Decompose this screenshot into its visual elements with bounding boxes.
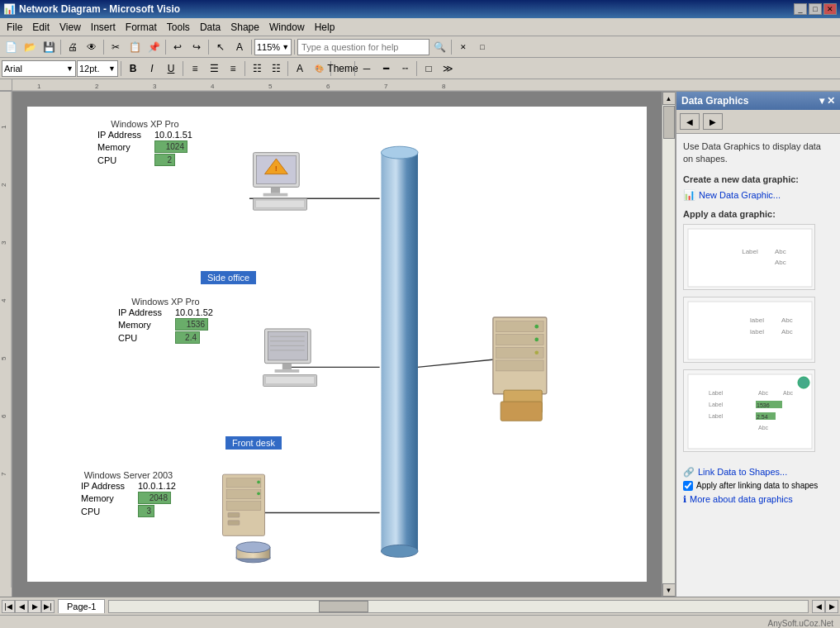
menu-window[interactable]: Window	[264, 19, 310, 36]
page-first-button[interactable]: |◀	[2, 600, 15, 613]
apply-after-checkbox[interactable]	[683, 481, 693, 491]
sep-fmt7	[416, 61, 417, 76]
maximize-button[interactable]: □	[809, 3, 822, 15]
linestyle-button[interactable]: ╌	[396, 59, 414, 78]
bold-button[interactable]: B	[124, 59, 142, 78]
panel-back-button[interactable]: ◀	[680, 113, 700, 130]
link-icon: 🔗	[683, 467, 695, 478]
diagram-canvas[interactable]: !	[27, 107, 647, 582]
font-combo[interactable]: Arial ▼	[2, 60, 76, 77]
node1-info: Windows XP Pro IP Address 10.0.1.51 Memo…	[97, 119, 192, 167]
panel-title: Data Graphics	[681, 95, 748, 107]
page-prev-button[interactable]: ◀	[15, 600, 28, 613]
lineweight-button[interactable]: ━	[377, 59, 395, 78]
svg-text:Abc: Abc	[783, 390, 794, 396]
panel-close-icon[interactable]: ✕	[827, 95, 835, 107]
canvas-area[interactable]: !	[12, 92, 675, 597]
left-ruler-svg: 1 2 3 4 5 6 7	[0, 92, 12, 588]
page-tabs: |◀ ◀ ▶ ▶| Page-1 ◀ ▶	[0, 597, 840, 615]
theme-button[interactable]: Theme	[334, 59, 352, 78]
redo-button[interactable]: ↪	[187, 38, 206, 56]
scroll-thumb[interactable]	[663, 106, 675, 139]
svg-text:Label: Label	[709, 402, 724, 407]
zoom-dropdown-icon[interactable]: ▼	[282, 43, 289, 51]
undo-button[interactable]: ↩	[168, 38, 187, 56]
pointer-button[interactable]: ↖	[211, 38, 230, 56]
svg-text:Label: Label	[709, 390, 724, 396]
node3-memory-label: Memory	[81, 493, 135, 503]
node1-os: Windows XP Pro	[97, 119, 192, 129]
panel-header-controls[interactable]: ▾ ✕	[819, 95, 835, 107]
svg-rect-0	[12, 79, 840, 91]
graphic-preview-2[interactable]: label Abc label Abc	[683, 297, 815, 363]
graphic-preview-3[interactable]: Label Abc Abc Label 1536 Label 2.54 Abc	[683, 369, 815, 452]
scroll-down-button[interactable]: ▼	[662, 583, 676, 597]
menu-tools[interactable]: Tools	[162, 19, 195, 36]
numbered-button[interactable]: ☷	[267, 59, 285, 78]
panel-dropdown-icon[interactable]: ▾	[819, 95, 824, 107]
menu-data[interactable]: Data	[195, 19, 225, 36]
new-button[interactable]: 📄	[2, 38, 20, 56]
new-data-graphic-link[interactable]: 📊 New Data Graphic...	[683, 189, 833, 201]
titlebar-controls[interactable]: _ □ ✕	[794, 3, 837, 15]
hscrollbar[interactable]	[108, 600, 809, 613]
help-search-input[interactable]	[297, 39, 429, 55]
paste-button[interactable]: 📌	[145, 38, 163, 56]
page-tab-1[interactable]: Page-1	[58, 599, 105, 613]
align-left-button[interactable]: ≡	[186, 59, 204, 78]
bullets-button[interactable]: ☷	[248, 59, 266, 78]
save-button[interactable]: 💾	[40, 38, 58, 56]
svg-point-61	[534, 338, 539, 342]
watermark: AnySoft.uCoz.Net	[765, 619, 837, 628]
menu-view[interactable]: View	[55, 19, 86, 36]
menu-format[interactable]: Format	[121, 19, 162, 36]
align-right-button[interactable]: ≡	[224, 59, 242, 78]
italic-button[interactable]: I	[143, 59, 161, 78]
more-button[interactable]: ≫	[439, 59, 457, 78]
page-next-button[interactable]: ▶	[28, 600, 41, 613]
menu-insert[interactable]: Insert	[86, 19, 121, 36]
main-layout: 1 2 3 4 5 6 7 8 1 2	[0, 79, 840, 597]
fontsize-combo[interactable]: 12pt. ▼	[77, 60, 118, 77]
svg-point-60	[534, 325, 539, 329]
copy-button[interactable]: 📋	[126, 38, 144, 56]
menu-help[interactable]: Help	[310, 19, 340, 36]
vscrollbar[interactable]: ▲ ▼	[662, 92, 675, 597]
open-button[interactable]: 📂	[21, 38, 39, 56]
link-data-link[interactable]: 🔗 Link Data to Shapes...	[683, 467, 833, 478]
window-title: Network Diagram - Microsoft Visio	[19, 3, 180, 15]
scroll-track[interactable]	[662, 105, 676, 583]
menu-edit[interactable]: Edit	[27, 19, 55, 36]
cut-button[interactable]: ✂	[107, 38, 125, 56]
preview-button[interactable]: 👁	[83, 38, 101, 56]
hscroll-left-button[interactable]: ◀	[812, 600, 825, 613]
minimize-button[interactable]: _	[794, 3, 807, 15]
fillcolor-button[interactable]: 🎨	[310, 59, 328, 78]
help-restore-button[interactable]: □	[473, 38, 491, 56]
svg-rect-59	[496, 360, 544, 371]
svg-rect-66	[688, 229, 812, 287]
line-button[interactable]: ─	[358, 59, 376, 78]
help-search-button[interactable]: 🔍	[430, 38, 448, 56]
panel-forward-button[interactable]: ▶	[703, 113, 723, 130]
hscroll-right-button[interactable]: ▶	[825, 600, 838, 613]
zoom-combo[interactable]: 115% ▼	[254, 39, 292, 55]
close-button[interactable]: ✕	[823, 3, 837, 15]
menu-file[interactable]: File	[2, 19, 27, 36]
underline-button[interactable]: U	[162, 59, 180, 78]
fontcolor-button[interactable]: A	[291, 59, 309, 78]
graphic-preview-1[interactable]: Label Abc Abc	[683, 224, 815, 290]
fontsize-dropdown-icon[interactable]: ▼	[108, 64, 116, 73]
font-dropdown-icon[interactable]: ▼	[66, 64, 74, 73]
hscroll-thumb[interactable]	[319, 601, 368, 612]
page-last-button[interactable]: ▶|	[41, 600, 55, 613]
align-center-button[interactable]: ☰	[205, 59, 223, 78]
help-close-button[interactable]: ✕	[454, 38, 472, 56]
menu-shape[interactable]: Shape	[225, 19, 264, 36]
shadow-button[interactable]: □	[420, 59, 438, 78]
print-button[interactable]: 🖨	[64, 38, 82, 56]
more-info-link[interactable]: ℹ More about data graphics	[683, 494, 833, 505]
text-button[interactable]: A	[230, 38, 249, 56]
panel-nav: ◀ ▶	[676, 110, 840, 134]
scroll-up-button[interactable]: ▲	[662, 92, 676, 105]
